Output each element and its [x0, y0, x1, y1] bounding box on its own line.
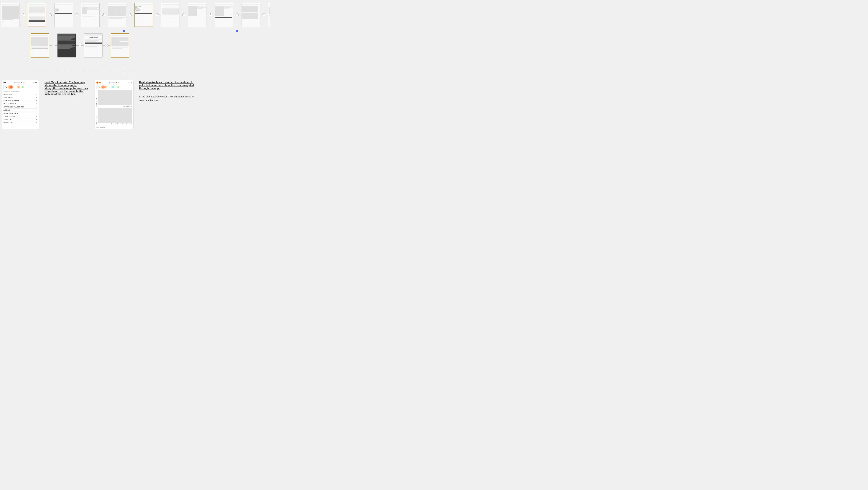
connector-badge-r2-2: 1 — [79, 44, 82, 47]
new-arrivals-image — [98, 108, 132, 123]
remove-search-7[interactable]: ✕ — [36, 115, 37, 117]
search-bar[interactable]: 🔍 — [3, 85, 37, 89]
search-item-4[interactable]: OFF THE SHOULDER TOP ✕ — [3, 106, 37, 109]
saved-style-image — [98, 90, 132, 105]
flow-card-1[interactable] — [28, 3, 46, 27]
heatmap-icon-1 — [96, 82, 98, 84]
flow-card-s13[interactable] — [57, 33, 76, 58]
connector-badge-1: 10 — [22, 13, 25, 16]
search-item-2[interactable]: BURGUNDY DRESS ✕ — [3, 99, 37, 102]
search-item-3[interactable]: ULLA JOHNSON ✕ — [3, 102, 37, 106]
mobile-logo-left: Recollection — [6, 82, 33, 84]
flow-row-1: 10 30 70 10 — [1, 3, 270, 27]
heatmap-blob-green-1 — [21, 86, 24, 88]
flow-card-2[interactable]: PRICE — ——————— CLOTHING BOTTEGA VENETA … — [54, 3, 73, 27]
heatmap-blob-right-4 — [117, 86, 119, 88]
saved-style-label: SAVED STYLE — [96, 90, 97, 107]
remove-search-9[interactable]: ✕ — [36, 122, 37, 124]
analysis-title-right: Heat Map Analysis: I studied the heatmap… — [139, 81, 196, 90]
star-icon-right[interactable]: ☆ — [128, 82, 129, 84]
remove-search-6[interactable]: ✕ — [36, 112, 37, 114]
svg-point-4 — [236, 30, 238, 32]
mobile-mockup-right: Recollection ☆ 🛍 🔍 SAVED STYLE — [95, 80, 133, 129]
home-content: SAVED STYLE Effortlessly chic NEW ARRIVA… — [96, 90, 132, 128]
search-item-0[interactable]: JUMPSUIT ✕ — [3, 93, 37, 96]
connector-badge-r2-1: 1 — [52, 44, 55, 47]
search-bar-container: 🔍 — [3, 85, 37, 89]
analysis-body-right: In the end, it took the user a few addit… — [139, 95, 196, 102]
heatmap-blob-right-1 — [100, 85, 106, 89]
search-item-1[interactable]: MIDI DRESS ✕ — [3, 96, 37, 99]
flow-card-5[interactable]: ULLA JOHNSON PANTS CLOTHING BOTTEGA VENE… — [134, 3, 153, 27]
remove-search-3[interactable]: ✕ — [36, 103, 37, 105]
flow-card-s15[interactable] — [111, 33, 129, 58]
search-item-5[interactable]: ADIDAS ✕ — [3, 109, 37, 112]
remove-search-2[interactable]: ✕ — [36, 100, 37, 102]
connector-badge-4: 9 — [102, 13, 105, 16]
flow-card-7[interactable]: CLOTHING, CLOTHING — [188, 3, 207, 27]
search-bar-right[interactable]: 🔍 — [96, 85, 132, 89]
remove-search-4[interactable]: ✕ — [36, 106, 37, 108]
closet-bar[interactable]: HER CLOSET — [96, 126, 132, 128]
flow-card-8[interactable] — [215, 3, 233, 27]
bag-icon[interactable]: 🛍 — [35, 82, 37, 84]
connector-badge-5: 1 — [129, 13, 132, 16]
remove-search-5[interactable]: ✕ — [36, 109, 37, 111]
heatmap-blob-red-1 — [7, 85, 13, 89]
flow-card-s14[interactable]: REGISTER SIGN IN — [84, 33, 102, 58]
mobile-right-left-icons — [96, 82, 101, 84]
home-section-2: NEW ARRIVALS Take a look at what's new t… — [96, 108, 132, 125]
star-icon[interactable]: ☆ — [33, 82, 35, 84]
connector-badge-10: 1 — [262, 13, 266, 16]
flow-card-3[interactable]: PRICE — [81, 3, 100, 27]
heatmap-blob-red-2 — [9, 85, 14, 89]
flow-row-2: 1 1 — [31, 33, 129, 58]
mobile-header-icons-right: ☆ 🛍 — [128, 82, 132, 84]
search-item-7[interactable]: ZIMMERMANN ✕ — [3, 115, 37, 118]
search-bar-container-right: 🔍 — [96, 85, 132, 89]
search-item-9[interactable]: REJINA PYO ✕ — [3, 121, 37, 124]
search-icon-left: 🔍 — [5, 86, 7, 88]
connector-badge-r2-3: 1 — [105, 44, 108, 47]
new-arrivals-label: NEW ARRIVALS — [96, 108, 97, 125]
mobile-header-right: Recollection ☆ 🛍 — [96, 82, 132, 84]
connector-badge-8: 1 — [209, 13, 212, 16]
flow-card-4[interactable] — [108, 3, 126, 27]
search-items-list: JUMPSUIT ✕ MIDI DRESS ✕ BURGUNDY DRESS ✕… — [3, 93, 37, 124]
svg-point-3 — [123, 30, 125, 32]
search-icon-right: 🔍 — [98, 86, 99, 88]
mobile-logo-right: Recollection — [101, 82, 128, 84]
caption-1: Effortlessly chic — [98, 106, 132, 107]
search-item-8[interactable]: A.W.A.K.E ✕ — [3, 118, 37, 121]
heatmap-blob-right-2 — [103, 86, 107, 89]
heatmap-blob-orange-1 — [17, 86, 21, 89]
heatmap-blob-right-3 — [111, 86, 115, 88]
flow-card-0[interactable]: 30 70 — [1, 3, 20, 27]
analysis-panel-left: Heat Map Analysis: The heatmap shows the… — [41, 78, 93, 131]
mobile-header-icons: ☆ 🛍 — [33, 82, 37, 84]
heatmap-icon-2 — [99, 82, 101, 84]
remove-search-1[interactable]: ✕ — [36, 96, 37, 98]
connector-badge-3: 9 — [75, 13, 79, 16]
search-item-6[interactable]: BOTTEGA VENETA ✕ — [3, 112, 37, 115]
hamburger-icon[interactable] — [3, 82, 6, 84]
remove-search-8[interactable]: ✕ — [36, 119, 37, 120]
lower-section: Recollection ☆ 🛍 🔍 RECENT SEARCHES JUMPS… — [0, 78, 270, 131]
bag-icon-right[interactable]: 🛍 — [130, 82, 132, 84]
analysis-title-left: Heat Map Analysis: The heatmap shows the… — [44, 81, 89, 95]
mobile-header-left: Recollection ☆ 🛍 — [3, 82, 37, 84]
recent-searches-label: RECENT SEARCHES — [3, 90, 37, 92]
caption-2: Take a look at what's new this week — [98, 123, 132, 124]
mobile-mockup-left: Recollection ☆ 🛍 🔍 RECENT SEARCHES JUMPS… — [2, 80, 39, 129]
connector-badge-6: 1 — [156, 13, 159, 16]
connector-badge-9: 1 — [236, 13, 239, 16]
remove-search-0[interactable]: ✕ — [36, 93, 37, 95]
analysis-panel-right: Heat Map Analysis: I studied the heatmap… — [135, 78, 200, 131]
flow-card-9[interactable] — [241, 3, 260, 27]
flow-card-6[interactable] — [161, 3, 180, 27]
home-section-1: SAVED STYLE Effortlessly chic — [96, 90, 132, 107]
connector-badge-7: 1 — [182, 13, 185, 16]
flow-card-s12[interactable] — [31, 33, 49, 58]
flow-card-10[interactable]: PRICE — [268, 3, 270, 27]
connector-badge-2: 9 — [49, 13, 52, 16]
